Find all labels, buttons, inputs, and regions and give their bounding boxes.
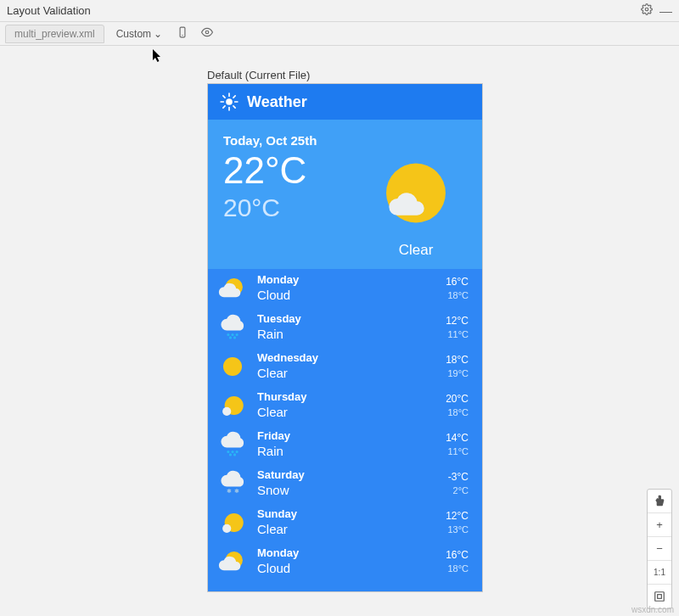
zoom-out-button[interactable]: − [648, 537, 671, 561]
weather-icon [218, 508, 247, 537]
svg-line-9 [223, 96, 225, 98]
forecast-day: Tuesday [257, 313, 435, 326]
forecast-high: 18°C [446, 354, 469, 367]
forecast-day: Monday [257, 274, 435, 287]
zoom-actual-button[interactable]: 1:1 [648, 561, 671, 585]
forecast-low: 18°C [446, 406, 469, 418]
svg-point-31 [222, 524, 231, 533]
forecast-high: 14°C [446, 432, 469, 445]
weather-icon: ✱✱ [218, 469, 247, 498]
forecast-row[interactable]: MondayCloud16°C18°C [208, 542, 482, 581]
svg-line-10 [233, 106, 235, 108]
svg-point-15 [227, 333, 229, 336]
forecast-high: 16°C [446, 549, 469, 563]
forecast-condition: Clear [257, 522, 435, 536]
svg-rect-34 [658, 595, 662, 599]
weather-icon [218, 430, 247, 459]
forecast-condition: Snow [257, 483, 438, 497]
phone-preview: Weather Today, Oct 25th 22°C 20°C Clear … [207, 83, 483, 592]
device-icon[interactable] [174, 25, 191, 42]
svg-point-26 [229, 453, 232, 456]
forecast-day: Sunday [257, 508, 435, 521]
title-bar: Layout Validation — [0, 0, 679, 22]
app-title: Weather [247, 93, 307, 111]
app-bar: Weather [208, 84, 482, 120]
forecast-high: 12°C [446, 510, 469, 524]
svg-point-4 [226, 98, 233, 105]
svg-line-12 [233, 96, 235, 98]
forecast-row[interactable]: TuesdayRain12°C11°C [208, 308, 482, 347]
hero-date: Today, Oct 25th [223, 133, 365, 148]
svg-point-24 [231, 451, 233, 453]
forecast-condition: Clear [257, 405, 435, 419]
view-controls: + − 1:1 [647, 489, 672, 609]
forecast-row[interactable]: FridayRain14°C11°C [208, 425, 482, 464]
forecast-row[interactable]: WednesdayClear18°C19°C [208, 347, 482, 386]
forecast-condition: Clear [257, 366, 435, 380]
forecast-low: 11°C [446, 445, 469, 457]
zoom-in-button[interactable]: + [648, 513, 671, 537]
preview-label: Default (Current File) [207, 69, 310, 81]
forecast-condition: Cloud [257, 561, 435, 575]
svg-point-19 [233, 336, 236, 339]
hero-high: 22°C [223, 151, 365, 190]
forecast-row[interactable]: ✱✱SaturdaySnow-3°C2°C [208, 464, 482, 503]
mode-label: Custom [116, 28, 151, 40]
svg-point-18 [229, 336, 232, 339]
svg-point-22 [222, 407, 231, 416]
forecast-row[interactable]: ThursdayClear20°C18°C [208, 386, 482, 425]
sun-icon [220, 92, 238, 111]
forecast-low: 18°C [446, 563, 469, 574]
weather-icon [218, 391, 247, 420]
hero-low: 20°C [223, 193, 365, 222]
forecast-row[interactable]: MondayCloud16°C18°C [208, 269, 482, 308]
svg-point-17 [236, 333, 238, 336]
weather-icon [218, 547, 247, 576]
svg-rect-33 [655, 592, 665, 602]
mode-dropdown[interactable]: Custom ⌄ [111, 25, 167, 42]
svg-point-20 [223, 357, 242, 376]
pan-button[interactable] [648, 490, 671, 513]
forecast-day: Monday [257, 547, 435, 560]
svg-point-25 [236, 451, 238, 453]
forecast-high: 20°C [446, 393, 469, 406]
forecast-high: 12°C [446, 315, 469, 328]
svg-point-0 [645, 8, 648, 11]
preview-canvas[interactable]: Default (Current File) Weather Today, Oc… [0, 46, 679, 616]
forecast-low: 19°C [446, 367, 469, 379]
panel-title: Layout Validation [7, 4, 634, 17]
svg-point-16 [231, 333, 233, 336]
forecast-low: 18°C [446, 289, 469, 301]
forecast-low: 13°C [446, 524, 469, 535]
forecast-list: MondayCloud16°C18°CTuesdayRain12°C11°CWe… [208, 269, 482, 591]
minimize-icon[interactable]: — [659, 3, 672, 18]
forecast-row[interactable]: SundayClear12°C13°C [208, 503, 482, 542]
hero: Today, Oct 25th 22°C 20°C Clear [208, 120, 482, 269]
eye-icon[interactable] [198, 25, 216, 42]
weather-icon [218, 313, 247, 342]
zoom-fit-button[interactable] [648, 585, 671, 608]
hero-condition: Clear [399, 242, 434, 259]
weather-icon [218, 274, 247, 303]
file-tab[interactable]: multi_preview.xml [5, 25, 104, 43]
forecast-low: 11°C [446, 328, 469, 340]
forecast-condition: Rain [257, 444, 435, 458]
forecast-high: -3°C [448, 471, 469, 484]
gear-icon[interactable] [641, 3, 653, 18]
svg-point-27 [233, 453, 236, 456]
svg-point-23 [227, 451, 229, 453]
toolbar: multi_preview.xml Custom ⌄ [0, 22, 679, 46]
svg-text:✱: ✱ [227, 488, 232, 494]
weather-icon [218, 352, 247, 381]
forecast-day: Saturday [257, 469, 438, 482]
forecast-day: Thursday [257, 391, 435, 404]
forecast-day: Friday [257, 430, 435, 443]
forecast-day: Wednesday [257, 352, 435, 365]
forecast-low: 2°C [448, 484, 469, 496]
forecast-condition: Rain [257, 327, 435, 341]
forecast-condition: Cloud [257, 288, 435, 302]
hero-weather-icon [377, 159, 455, 237]
svg-line-11 [223, 106, 225, 108]
forecast-high: 16°C [446, 276, 469, 289]
chevron-down-icon: ⌄ [154, 28, 162, 40]
